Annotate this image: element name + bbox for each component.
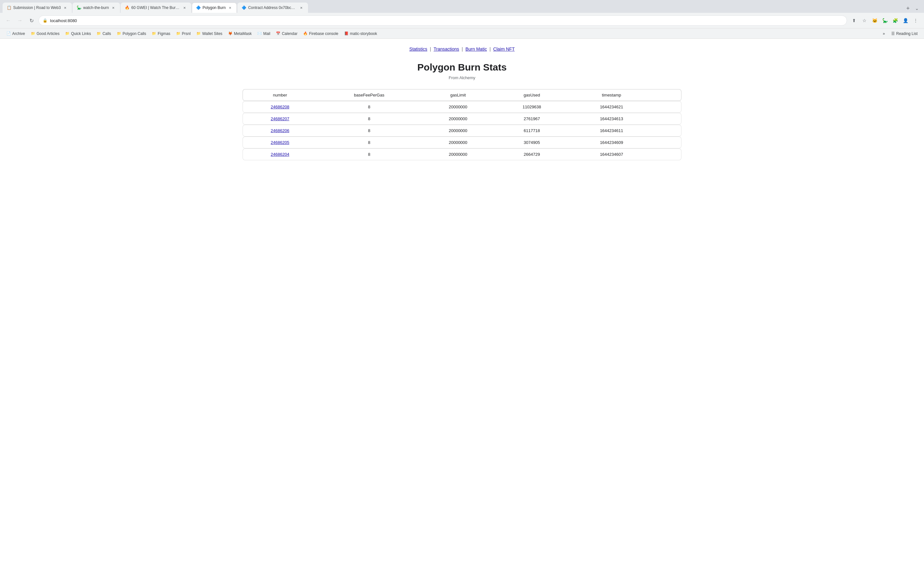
bookmark-favicon: 📁 bbox=[176, 31, 181, 35]
bookmark-bm11[interactable]: 📅 Calendar bbox=[273, 31, 300, 37]
bookmark-bm13[interactable]: 📕 matic-storybook bbox=[342, 31, 380, 37]
cell-gas-used: 11029638 bbox=[495, 101, 569, 113]
bookmark-favicon: 🦊 bbox=[228, 31, 233, 35]
tab-favicon: 🦕 bbox=[77, 5, 81, 10]
bookmark-favicon: 📄 bbox=[6, 31, 11, 35]
bookmark-favicon: 📁 bbox=[65, 31, 69, 35]
browser-tab-tab5[interactable]: 🔷 Contract Address 0x70bca57… ✕ bbox=[237, 3, 308, 13]
url-text: localhost:8080 bbox=[50, 18, 843, 23]
cell-gas-limit: 20000000 bbox=[421, 148, 495, 160]
cell-gas-limit: 20000000 bbox=[421, 125, 495, 137]
browser-tab-tab1[interactable]: 📋 Submission | Road to Web3 ✕ bbox=[3, 3, 72, 13]
bookmark-bm4[interactable]: 📁 Calls bbox=[94, 31, 113, 37]
block-number-link[interactable]: 24686208 bbox=[271, 105, 289, 109]
extension-polygon-icon[interactable]: 🦕 bbox=[880, 16, 889, 25]
bookmark-bm6[interactable]: 📁 Figmas bbox=[149, 31, 173, 37]
reload-button[interactable]: ↻ bbox=[27, 16, 36, 25]
bookmarks-bar: 📄 Archive 📁 Good Articles 📁 Quick Links … bbox=[0, 28, 924, 39]
block-number-link[interactable]: 24686206 bbox=[271, 128, 289, 133]
tab-close-button[interactable]: ✕ bbox=[228, 5, 233, 10]
bookmarks-more-button[interactable]: » bbox=[881, 31, 887, 37]
bookmark-favicon: 📕 bbox=[344, 31, 349, 35]
tab-close-button[interactable]: ✕ bbox=[63, 5, 68, 10]
bookmark-icon[interactable]: ☆ bbox=[860, 16, 869, 25]
extensions-icon[interactable]: 🧩 bbox=[891, 16, 900, 25]
bookmark-bm2[interactable]: 📁 Good Articles bbox=[28, 31, 62, 37]
bookmark-favicon: 📁 bbox=[196, 31, 201, 35]
bookmark-label: Figmas bbox=[158, 31, 170, 36]
cell-number: 24686207 bbox=[242, 113, 317, 125]
bookmark-favicon: 📁 bbox=[31, 31, 35, 35]
new-tab-button[interactable]: + bbox=[903, 4, 913, 13]
bookmark-bm7[interactable]: 📁 Prsnl bbox=[174, 31, 193, 37]
share-icon[interactable]: ⬆ bbox=[850, 16, 859, 25]
lock-icon: 🔒 bbox=[43, 18, 47, 23]
reading-list-icon: ☰ bbox=[891, 31, 895, 36]
bookmark-bm8[interactable]: 📁 Wallet Sites bbox=[194, 31, 225, 37]
bookmark-favicon: 🔥 bbox=[303, 31, 308, 35]
block-number-link[interactable]: 24686205 bbox=[271, 140, 289, 145]
browser-tab-tab4[interactable]: 🔷 Polygon Burn ✕ bbox=[192, 3, 237, 13]
bookmark-bm3[interactable]: 📁 Quick Links bbox=[63, 31, 94, 37]
cell-base-fee: 8 bbox=[317, 137, 421, 148]
cell-gas-used: 2761967 bbox=[495, 113, 569, 125]
cell-number: 24686205 bbox=[242, 137, 317, 148]
nav-statistics[interactable]: Statistics bbox=[409, 47, 427, 52]
cell-extra bbox=[654, 113, 682, 125]
reading-list-button[interactable]: ☰ Reading List bbox=[889, 31, 920, 37]
browser-tab-tab2[interactable]: 🦕 watch-the-burn ✕ bbox=[73, 3, 120, 13]
bookmark-bm5[interactable]: 📁 Polygon Calls bbox=[114, 31, 149, 37]
tab-list-button[interactable]: ⌄ bbox=[913, 4, 921, 13]
block-number-link[interactable]: 24686204 bbox=[271, 152, 289, 157]
nav-transactions[interactable]: Transactions bbox=[433, 47, 459, 52]
tab-close-button[interactable]: ✕ bbox=[299, 5, 304, 10]
bookmark-label: Calls bbox=[102, 31, 111, 36]
tab-favicon: 🔷 bbox=[242, 5, 246, 10]
cell-gas-limit: 20000000 bbox=[421, 137, 495, 148]
cell-timestamp: 1644234607 bbox=[569, 148, 654, 160]
bookmark-bm12[interactable]: 🔥 Firebase console bbox=[300, 31, 341, 37]
tab-favicon: 🔷 bbox=[196, 5, 200, 10]
col-timestamp: timestamp bbox=[569, 89, 654, 101]
bookmark-bm10[interactable]: ✉️ Mail bbox=[255, 31, 273, 37]
cell-base-fee: 8 bbox=[317, 101, 421, 113]
page-title: Polygon Burn Stats bbox=[0, 62, 924, 73]
cell-extra bbox=[654, 137, 682, 148]
bookmark-label: Prsnl bbox=[182, 31, 191, 36]
col-gas-used: gasUsed bbox=[495, 89, 569, 101]
back-button[interactable]: ← bbox=[4, 16, 13, 25]
tab-close-button[interactable]: ✕ bbox=[111, 5, 116, 10]
cell-number: 24686204 bbox=[242, 148, 317, 160]
cell-gas-limit: 20000000 bbox=[421, 113, 495, 125]
nav-sep-2: | bbox=[462, 47, 463, 52]
cell-extra bbox=[654, 125, 682, 137]
extension-cat-icon[interactable]: 🐱 bbox=[870, 16, 879, 25]
forward-button[interactable]: → bbox=[15, 16, 24, 25]
browser-tab-tab3[interactable]: 🔥 60 GWEI | Watch The Burn: El… ✕ bbox=[121, 3, 191, 13]
bookmark-favicon: 📁 bbox=[152, 31, 156, 35]
cell-timestamp: 1644234609 bbox=[569, 137, 654, 148]
bookmark-favicon: 📁 bbox=[97, 31, 101, 35]
col-gas-limit: gasLimit bbox=[421, 89, 495, 101]
table-body: 24686208 8 20000000 11029638 1644234621 … bbox=[242, 101, 682, 160]
col-extra bbox=[654, 89, 682, 101]
tab-close-button[interactable]: ✕ bbox=[182, 5, 187, 10]
table-container: number baseFeePerGas gasLimit gasUsed ti… bbox=[237, 83, 687, 167]
bookmark-bm9[interactable]: 🦊 MetaMask bbox=[226, 31, 254, 37]
nav-sep-1: | bbox=[430, 47, 431, 52]
tab-title: Contract Address 0x70bca57… bbox=[248, 5, 297, 10]
table-row: 24686205 8 20000000 3074905 1644234609 bbox=[242, 137, 682, 148]
bookmark-label: Calendar bbox=[282, 31, 297, 36]
nav-claim-nft[interactable]: Claim NFT bbox=[493, 47, 515, 52]
cell-extra bbox=[654, 101, 682, 113]
nav-burn-matic[interactable]: Burn Matic bbox=[465, 47, 487, 52]
tab-favicon: 🔥 bbox=[125, 5, 129, 10]
url-bar[interactable]: 🔒 localhost:8080 bbox=[39, 15, 847, 26]
cell-gas-limit: 20000000 bbox=[421, 101, 495, 113]
block-number-link[interactable]: 24686207 bbox=[271, 116, 289, 121]
cell-timestamp: 1644234611 bbox=[569, 125, 654, 137]
bookmark-bm1[interactable]: 📄 Archive bbox=[4, 31, 27, 37]
more-menu-button[interactable]: ⋮ bbox=[911, 16, 920, 25]
tab-title: Polygon Burn bbox=[202, 5, 226, 10]
profile-icon[interactable]: 👤 bbox=[901, 16, 910, 25]
